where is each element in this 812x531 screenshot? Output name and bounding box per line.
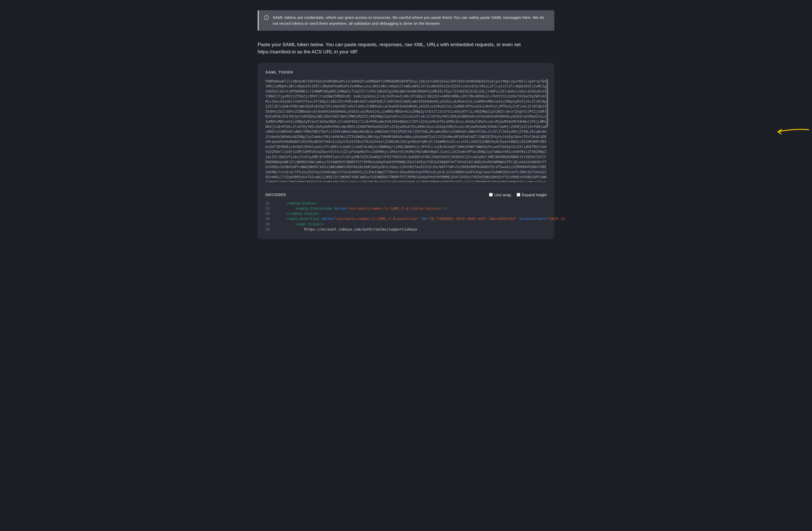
line-content: <saml:Issuer> (278, 222, 547, 227)
line-number: 36 (265, 227, 278, 232)
code-line: 35 <saml:Issuer> (265, 222, 547, 227)
alert-text: SAML tokens are credentials, which can g… (273, 14, 549, 27)
line-content: <samlp:Status> (278, 201, 547, 206)
saml-token-input[interactable]: PHNhbWxwOlJlc3BvbnNlIHhtbG5zOnNhbWxwPSJ1… (265, 79, 547, 182)
line-number: 32 (265, 206, 278, 211)
line-number: 33 (265, 211, 278, 216)
code-line: 36 https://account.iobeya.com/auth/realm… (265, 227, 547, 232)
instructions-text: Paste your SAML token below. You can pas… (258, 41, 554, 56)
line-number: 35 (265, 222, 278, 227)
expand-height-control[interactable]: Expand height (517, 193, 547, 197)
line-wrap-label: Line wrap (494, 193, 511, 197)
code-line: 32 <samlp:StatusCode Value="urn:oasis:na… (265, 206, 547, 211)
code-line: 33 </samlp:Status> (265, 211, 547, 216)
line-content: </samlp:Status> (278, 211, 547, 216)
saml-token-label: SAML TOKEN (265, 70, 547, 74)
svg-point-2 (266, 16, 267, 17)
line-number: 31 (265, 201, 278, 206)
info-icon (264, 15, 269, 20)
info-alert: SAML tokens are credentials, which can g… (258, 10, 554, 31)
arrow-annotation (776, 127, 809, 136)
token-content[interactable]: PHNhbWxwOlJlc3BvbnNlIHhtbG5zOnNhbWxwPSJ1… (265, 79, 547, 182)
line-content: <samlp:StatusCode Value="urn:oasis:names… (278, 206, 547, 211)
expand-height-checkbox[interactable] (517, 193, 520, 196)
line-content: https://account.iobeya.com/auth/realms/s… (278, 227, 547, 232)
line-wrap-checkbox[interactable] (489, 193, 493, 196)
decoded-label: DECODED (265, 193, 286, 197)
line-content: <saml:Assertion xmlns="urn:oasis:names:t… (278, 216, 565, 221)
line-number: 34 (265, 216, 278, 221)
expand-height-label: Expand height (522, 193, 547, 197)
decoded-code[interactable]: 31 <samlp:Status>32 <samlp:StatusCode Va… (265, 201, 547, 232)
code-line: 31 <samlp:Status> (265, 201, 547, 206)
main-panel: SAML TOKEN PHNhbWxwOlJlc3BvbnNlIHhtbG5zO… (258, 63, 554, 239)
line-wrap-control[interactable]: Line wrap (489, 193, 511, 197)
decoded-controls: Line wrap Expand height (489, 193, 547, 197)
scrollbar[interactable] (547, 79, 548, 128)
code-line: 34 <saml:Assertion xmlns="urn:oasis:name… (265, 216, 547, 221)
